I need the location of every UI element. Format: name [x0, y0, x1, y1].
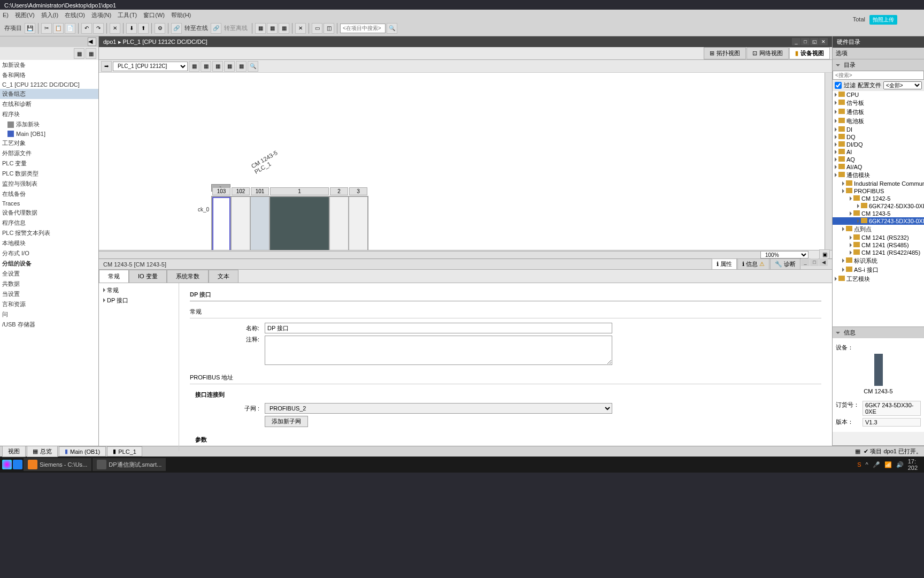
- bottom-plc-tab[interactable]: ▮PLC_1: [107, 446, 142, 457]
- bottom-overview-tab[interactable]: ▦总览: [27, 446, 58, 457]
- device-canvas[interactable]: CM 1243-5PLC_1 ck_0 103 102 101 1 2 3 10…: [99, 73, 832, 258]
- paste-icon[interactable]: 📄: [65, 23, 75, 34]
- tree-item-device-config[interactable]: 设备组态: [0, 89, 98, 99]
- tree-item[interactable]: 本地模块: [0, 238, 98, 248]
- catalog-item[interactable]: 信号板: [833, 98, 924, 108]
- menu-window[interactable]: 窗口(W): [143, 11, 165, 19]
- tab-diagnostics[interactable]: 🔧诊断: [770, 258, 800, 270]
- tab-sys-const[interactable]: 系统常数: [167, 270, 209, 283]
- tray-volume-icon[interactable]: 🔊: [896, 461, 904, 468]
- tool-icon-2[interactable]: ▦: [267, 23, 278, 34]
- props-max-icon[interactable]: □: [810, 258, 819, 266]
- profile-select[interactable]: <全部>: [883, 81, 922, 89]
- dev-btn-1[interactable]: ▦: [189, 61, 199, 72]
- tray-mic-icon[interactable]: 🎤: [873, 461, 880, 468]
- menu-help[interactable]: 帮助(H): [171, 11, 191, 19]
- catalog-item[interactable]: 通信板: [833, 108, 924, 117]
- catalog-item[interactable]: AS-i 接口: [833, 265, 924, 275]
- tree-item[interactable]: 问: [0, 309, 98, 320]
- tree-item[interactable]: 在线备份: [0, 189, 98, 199]
- catalog-tree[interactable]: CPU信号板通信板电池板DIDQDI/DQAIAQAI/AQ通信模块Indust…: [833, 91, 924, 326]
- catalog-item[interactable]: DI: [833, 126, 924, 133]
- tab-io-vars[interactable]: IO 变量: [129, 270, 167, 283]
- tab-text[interactable]: 文本: [209, 270, 238, 283]
- tree-item[interactable]: 工艺对象: [0, 138, 98, 148]
- maximize-icon[interactable]: □: [801, 38, 810, 45]
- menu-online[interactable]: 在线(O): [65, 11, 85, 19]
- options-header[interactable]: 选项: [833, 48, 924, 59]
- nav-general[interactable]: 常规: [101, 285, 176, 295]
- tree-item[interactable]: /USB 存储器: [0, 320, 98, 330]
- project-tree[interactable]: 加新设备 备和网络 C_1 [CPU 1212C DC/DC/DC] 设备组态 …: [0, 60, 98, 445]
- dev-btn-2[interactable]: ▦: [201, 61, 211, 72]
- close-icon[interactable]: ✕: [295, 23, 306, 34]
- cpu-module[interactable]: [270, 197, 329, 258]
- taskbar-tia[interactable]: Siemens - C:\Us...: [24, 458, 91, 471]
- device-select[interactable]: PLC_1 [CPU 1212C]: [113, 62, 188, 71]
- catalog-item[interactable]: 电池板: [833, 117, 924, 126]
- dev-btn-5[interactable]: ▦: [236, 61, 247, 72]
- zoom-fit-icon[interactable]: ▣: [819, 249, 830, 259]
- close-icon[interactable]: ✕: [819, 38, 828, 45]
- tree-item[interactable]: 添加新块: [0, 119, 98, 130]
- catalog-search-input[interactable]: [833, 71, 924, 80]
- tree-item[interactable]: 备和网络: [0, 70, 98, 80]
- upload-icon[interactable]: ⬆: [138, 23, 149, 34]
- search-icon[interactable]: 🔍: [387, 23, 397, 34]
- subnet-select[interactable]: PROFIBUS_2: [265, 403, 612, 414]
- save-icon[interactable]: 💾: [25, 23, 35, 34]
- link-icon[interactable]: 🔗: [171, 23, 182, 34]
- split-h-icon[interactable]: ▭: [312, 23, 322, 34]
- tree-btn-1[interactable]: ▦: [74, 48, 84, 59]
- bottom-main-tab[interactable]: ▮Main (OB1): [59, 446, 106, 457]
- menu-options[interactable]: 选项(N): [91, 11, 111, 19]
- slot-103[interactable]: 103: [212, 196, 231, 258]
- tree-item[interactable]: 分组的设备: [0, 258, 98, 269]
- catalog-item[interactable]: CM 1241 (RS232): [833, 234, 924, 241]
- menu-tools[interactable]: 工具(T): [118, 11, 137, 19]
- module-cm[interactable]: [212, 197, 230, 258]
- taskbar-smart[interactable]: DP通信测试.smart...: [93, 458, 166, 471]
- dev-btn-4[interactable]: ▦: [224, 61, 235, 72]
- save-project-label[interactable]: 存项目: [4, 24, 22, 32]
- add-subnet-button[interactable]: 添加新子网: [265, 416, 308, 427]
- tree-item[interactable]: 全设置: [0, 269, 98, 279]
- menu-edit[interactable]: E): [3, 12, 9, 18]
- info-header[interactable]: 信息: [833, 327, 924, 338]
- tree-item[interactable]: 分布式 I/O: [0, 248, 98, 258]
- catalog-item[interactable]: AI/AQ: [833, 163, 924, 171]
- filter-checkbox[interactable]: [835, 82, 842, 89]
- start-icon[interactable]: [2, 460, 12, 469]
- tree-collapse-icon[interactable]: ◀: [88, 37, 96, 46]
- catalog-item[interactable]: AQ: [833, 156, 924, 163]
- catalog-header[interactable]: 目录: [833, 59, 924, 71]
- minimize-icon[interactable]: _: [792, 38, 800, 45]
- zoom-icon[interactable]: 🔍: [248, 61, 258, 72]
- catalog-item[interactable]: 6GK7242-5DX30-0XE0: [833, 202, 924, 210]
- tree-item[interactable]: 言和资源: [0, 299, 98, 309]
- tab-info[interactable]: ℹ信息⚠: [737, 258, 769, 270]
- tab-properties[interactable]: ℹ属性: [712, 258, 737, 270]
- tree-item[interactable]: PLC 报警文本列表: [0, 228, 98, 238]
- tree-item[interactable]: 加新设备: [0, 60, 98, 70]
- tree-item[interactable]: 外部源文件: [0, 148, 98, 158]
- catalog-item[interactable]: 6GK7243-5DX30-0XE0: [833, 217, 924, 225]
- app-icon-1[interactable]: [13, 460, 22, 469]
- download-icon[interactable]: ⬇: [126, 23, 137, 34]
- catalog-item[interactable]: CM 1241 (RS485): [833, 241, 924, 249]
- tab-network[interactable]: ⊡网络视图: [746, 47, 789, 59]
- tab-device[interactable]: ▮设备视图: [789, 47, 830, 59]
- catalog-item[interactable]: CPU: [833, 91, 924, 98]
- bottom-view-tab[interactable]: 视图: [2, 446, 26, 457]
- tray-chevron-icon[interactable]: ^: [865, 461, 868, 468]
- zoom-select[interactable]: 100%: [760, 251, 808, 258]
- tree-item[interactable]: 设备代理数据: [0, 208, 98, 218]
- catalog-item[interactable]: CM 1242-5: [833, 195, 924, 202]
- catalog-item[interactable]: PROFIBUS: [833, 187, 924, 195]
- tray-time[interactable]: 17:202: [908, 458, 918, 471]
- copy-icon[interactable]: 📋: [53, 23, 64, 34]
- catalog-item[interactable]: DQ: [833, 133, 924, 141]
- undo-icon[interactable]: ↶: [81, 23, 92, 34]
- catalog-item[interactable]: CM 1241 (RS422/485): [833, 249, 924, 256]
- catalog-item[interactable]: CM 1243-5: [833, 210, 924, 217]
